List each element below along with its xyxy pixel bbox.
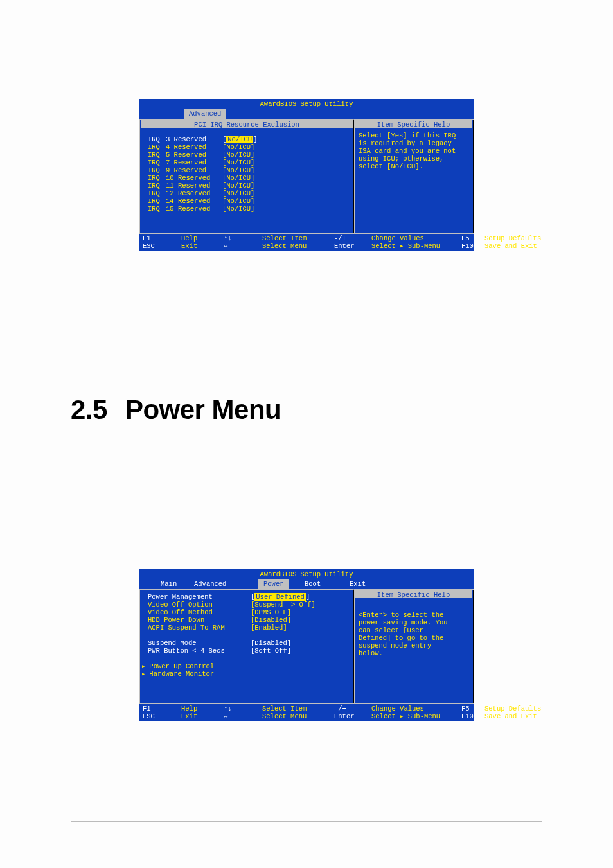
irq-value: [No/ICU] [222,136,257,143]
tab-power: Power [258,579,289,589]
irq-name: 11 Reserved [166,182,222,190]
footer-text: Save and Exit [484,713,551,720]
footer-text: Help [181,235,216,242]
footer-text: Setup Defaults [484,235,551,242]
footer-key: F5 [461,235,481,242]
section-number: 2.5 [71,394,107,425]
setting-label: PWR Button < 4 Secs [148,647,251,655]
footer-text: Help [181,705,216,713]
submenu-arrow-icon: ▸ [141,670,145,678]
panel-body-right: Select [Yes] if this IRQis required by a… [355,129,473,170]
tab-main: Main [155,579,182,589]
bios-body: Power Management[User Defined]Video Off … [139,589,474,703]
irq-name: 9 Reserved [166,166,222,174]
tab-boot: Boot [299,579,326,589]
irq-label: IRQ [148,197,166,205]
help-line: select [No/ICU]. [359,163,469,170]
help-line: suspend mode entry [359,642,469,650]
irq-name: 12 Reserved [166,190,222,197]
irq-row: IRQ9 Reserved[No/ICU] [148,166,353,174]
panel-body-left: Power Management[User Defined]Video Off … [140,590,353,678]
irq-value: [No/ICU] [222,205,254,213]
panel-left: PCI IRQ Resource Exclusion IRQ3 Reserved… [139,119,354,233]
irq-value: [No/ICU] [222,159,254,166]
irq-label: IRQ [148,205,166,213]
footer-text: Exit [181,713,216,720]
irq-label: IRQ [148,182,166,190]
irq-row: IRQ7 Reserved[No/ICU] [148,159,353,166]
submenu-row: ▸Power Up Control [141,662,353,670]
footer-text: Select ▸ Sub-Menu [371,242,454,250]
footer-text: Select Menu [262,713,326,720]
help-line: below. [359,650,469,657]
footer-key: F10 [461,713,481,720]
setting-row: Power Management[User Defined] [148,593,353,601]
footer-key: Enter [334,242,368,250]
setting-label: ACPI Suspend To RAM [148,624,251,632]
setting-value: [Disabled] [251,639,291,647]
bios-screenshot-2: AwardBIOS Setup Utility Main Advanced Po… [139,569,474,729]
irq-label: IRQ [148,136,166,143]
panel-body-left: IRQ3 Reserved[No/ICU]IRQ4 Reserved[No/IC… [140,129,353,213]
footer-key: ESC [143,713,177,720]
bios-footer: F1Help↑↓Select Item-/+Change ValuesF5Set… [139,704,474,721]
help-line: is required by a legacy [359,139,469,147]
setting-row: Video Off Option[Suspend -> Off] [148,601,353,608]
irq-value: [No/ICU] [222,166,254,174]
footer-key: ↑↓ [224,705,258,713]
irq-label: IRQ [148,166,166,174]
section-heading: 2.5Power Menu [71,394,281,425]
help-line: can select [User [359,626,469,634]
irq-value: [No/ICU] [222,190,254,197]
footer-text: Select Item [262,235,326,242]
irq-name: 10 Reserved [166,174,222,182]
footer-text: Select ▸ Sub-Menu [371,713,454,720]
bios-screenshot-1: AwardBIOS Setup Utility Advanced PCI IRQ… [139,99,474,258]
section-title: Power Menu [125,394,281,425]
help-line: Select [Yes] if this IRQ [359,132,469,139]
panel-body-right: <Enter> to select thepower saving mode. … [355,599,473,657]
bios-footer: F1Help↑↓Select Item-/+Change ValuesF5Set… [139,234,474,251]
bios-title: AwardBIOS Setup Utility [139,99,474,109]
footer-key: F1 [143,235,177,242]
setting-value: [Suspend -> Off] [251,601,315,608]
setting-row: Video Off Method[DPMS OFF] [148,608,353,616]
setting-label: Suspend Mode [148,639,251,647]
spacer [148,632,353,639]
footer-text: Select Menu [262,242,326,250]
help-line: power saving mode. You [359,619,469,626]
footer-text: Setup Defaults [484,705,551,713]
bios-tab-row: Main Advanced Power Boot Exit [139,579,474,589]
setting-value: [User Defined] [251,593,310,601]
irq-value: [No/ICU] [222,151,254,159]
panel-title-left: PCI IRQ Resource Exclusion [140,120,353,129]
footer-text: Change Values [371,705,454,713]
irq-row: IRQ3 Reserved[No/ICU] [148,136,353,143]
setting-value: [Disabled] [251,616,291,624]
help-line: using ICU; otherwise, [359,155,469,163]
irq-value: [No/ICU] [222,174,254,182]
footer-row: F1Help↑↓Select Item-/+Change ValuesF5Set… [143,235,472,242]
help-line: ISA card and you are not [359,147,469,155]
setting-row: Suspend Mode[Disabled] [148,639,353,647]
irq-name: 3 Reserved [166,136,222,143]
irq-label: IRQ [148,190,166,197]
footer-row: F1Help↑↓Select Item-/+Change ValuesF5Set… [143,705,472,713]
spacer [359,602,469,611]
irq-value: [No/ICU] [222,182,254,190]
setting-label: Video Off Method [148,608,251,616]
setting-label: Power Management [148,593,251,601]
footer-key: ↔ [224,242,258,250]
footer-key: ESC [143,242,177,250]
footer-key: ↑↓ [224,235,258,242]
footer-key: ↔ [224,713,258,720]
irq-label: IRQ [148,143,166,151]
bios-title: AwardBIOS Setup Utility [139,569,474,579]
irq-value: [No/ICU] [222,143,254,151]
bios-tab-row: Advanced [139,109,474,119]
tab-advanced: Advanced [189,579,231,589]
irq-row: IRQ14 Reserved[No/ICU] [148,197,353,205]
submenu-label: Power Up Control [149,662,214,670]
footer-row: ESCExit↔Select MenuEnterSelect ▸ Sub-Men… [143,242,472,250]
footer-text: Exit [181,242,216,250]
